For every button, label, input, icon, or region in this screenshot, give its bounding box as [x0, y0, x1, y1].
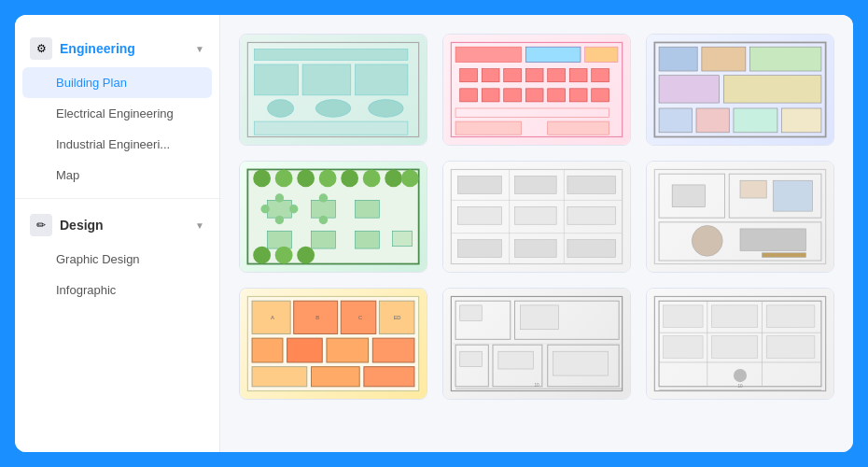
sidebar-group-engineering: ⚙ Engineering ▼ Building Plan Electrical…	[15, 30, 219, 191]
svg-point-62	[253, 247, 271, 264]
svg-rect-2	[254, 64, 298, 95]
svg-text:10: 10	[534, 383, 539, 388]
svg-text:B: B	[315, 315, 319, 320]
svg-rect-59	[312, 231, 336, 248]
svg-point-41	[253, 169, 271, 187]
svg-rect-126	[664, 305, 703, 328]
svg-rect-28	[455, 121, 522, 134]
svg-rect-16	[525, 69, 543, 82]
plan-item-2[interactable]	[442, 34, 631, 146]
svg-rect-34	[659, 76, 720, 103]
svg-rect-11	[525, 47, 581, 62]
svg-text:10: 10	[737, 384, 743, 389]
svg-rect-22	[504, 89, 522, 102]
sidebar-item-electrical-engineering[interactable]: Electrical Engineering	[15, 98, 219, 129]
svg-rect-131	[766, 336, 815, 359]
svg-point-48	[401, 169, 419, 187]
engineering-chevron: ▼	[195, 44, 204, 54]
svg-rect-15	[504, 69, 522, 82]
sidebar-group-engineering-header[interactable]: ⚙ Engineering ▼	[15, 30, 219, 67]
svg-rect-8	[254, 121, 408, 134]
sidebar-item-map[interactable]: Map	[15, 160, 219, 191]
sidebar-group-design: ✏ Design ▼ Graphic Design Infographic	[15, 206, 219, 305]
svg-rect-75	[567, 206, 616, 224]
svg-rect-21	[482, 89, 499, 102]
svg-point-56	[319, 216, 328, 224]
svg-point-55	[319, 193, 328, 202]
svg-rect-88	[763, 253, 806, 258]
plan-item-1[interactable]	[239, 34, 427, 146]
svg-point-64	[297, 247, 315, 264]
design-label: Design	[60, 218, 188, 233]
sidebar-item-building-plan[interactable]: Building Plan	[22, 67, 212, 98]
svg-rect-20	[460, 89, 478, 102]
svg-point-53	[289, 205, 298, 213]
plan-thumbnail-6	[647, 162, 833, 272]
svg-rect-36	[659, 108, 692, 133]
svg-rect-31	[659, 47, 697, 71]
svg-rect-72	[567, 177, 616, 194]
svg-point-45	[341, 169, 358, 187]
design-chevron: ▼	[195, 220, 204, 231]
main-content: A B C D E	[220, 15, 853, 452]
svg-point-50	[275, 193, 284, 202]
svg-point-43	[297, 169, 315, 187]
svg-point-132	[734, 369, 747, 382]
svg-rect-77	[515, 240, 557, 258]
plan-item-9[interactable]: 10	[646, 288, 834, 400]
app-container: ⚙ Engineering ▼ Building Plan Electrical…	[15, 15, 853, 452]
svg-rect-94	[252, 338, 283, 362]
svg-rect-95	[287, 338, 323, 362]
svg-rect-49	[268, 200, 292, 218]
plan-item-6[interactable]	[646, 161, 834, 273]
plan-item-5[interactable]	[442, 161, 631, 273]
sidebar-item-industrial-engineering[interactable]: Industrial Engineeri...	[15, 129, 219, 160]
svg-rect-35	[723, 76, 821, 103]
svg-rect-27	[455, 108, 609, 117]
svg-rect-87	[740, 229, 806, 250]
plan-item-8[interactable]: 10	[442, 288, 631, 400]
svg-rect-17	[548, 69, 566, 82]
svg-rect-71	[515, 177, 557, 194]
plan-thumbnail-8: 10	[443, 289, 630, 399]
svg-point-6	[315, 100, 351, 118]
svg-point-5	[268, 100, 294, 118]
svg-text:C: C	[358, 315, 363, 320]
svg-rect-97	[372, 338, 414, 362]
svg-rect-10	[455, 47, 522, 62]
plan-item-3[interactable]	[646, 34, 834, 146]
svg-point-52	[260, 205, 269, 213]
svg-rect-84	[740, 180, 766, 198]
sidebar-item-infographic[interactable]: Infographic	[15, 275, 219, 305]
svg-rect-60	[356, 231, 380, 248]
plan-thumbnail-3	[647, 35, 833, 145]
svg-rect-115	[460, 351, 483, 366]
svg-rect-12	[585, 47, 618, 62]
svg-rect-117	[553, 351, 609, 375]
svg-rect-14	[482, 69, 499, 82]
svg-rect-29	[548, 121, 609, 134]
svg-rect-83	[672, 185, 705, 207]
sidebar-divider	[15, 198, 219, 199]
svg-rect-74	[515, 206, 557, 224]
svg-rect-58	[268, 231, 292, 248]
svg-rect-25	[569, 89, 587, 102]
svg-rect-99	[312, 367, 360, 387]
svg-point-42	[275, 169, 293, 187]
sidebar-group-design-header[interactable]: ✏ Design ▼	[15, 206, 219, 244]
sidebar: ⚙ Engineering ▼ Building Plan Electrical…	[15, 15, 220, 452]
design-icon: ✏	[30, 214, 52, 236]
svg-rect-33	[750, 47, 821, 71]
svg-rect-57	[356, 200, 380, 218]
svg-rect-130	[711, 336, 757, 359]
plan-thumbnail-4	[240, 162, 427, 272]
svg-rect-70	[457, 177, 501, 194]
plan-thumbnail-9: 10	[647, 289, 833, 399]
svg-point-51	[275, 216, 284, 224]
plan-item-7[interactable]: A B C D E	[239, 288, 427, 400]
plan-item-4[interactable]	[239, 161, 427, 273]
svg-rect-96	[327, 338, 369, 362]
sidebar-item-graphic-design[interactable]: Graphic Design	[15, 244, 219, 275]
svg-rect-76	[457, 240, 501, 258]
svg-rect-73	[457, 206, 501, 224]
